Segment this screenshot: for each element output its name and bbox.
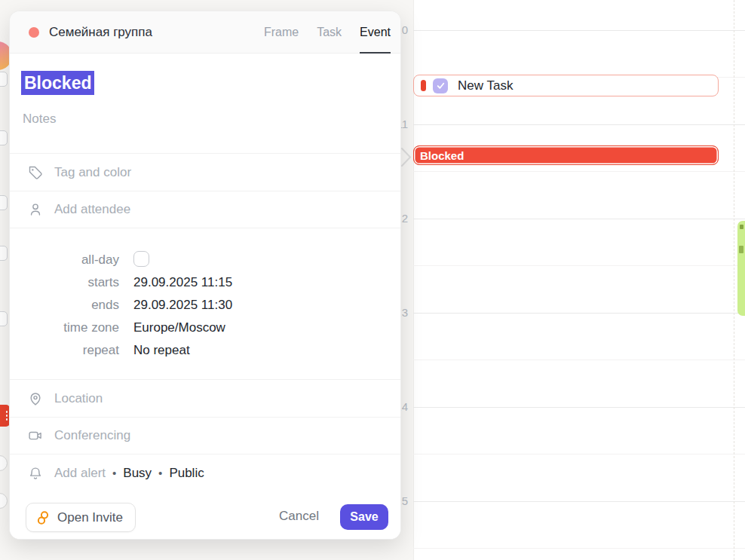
tab-frame[interactable]: Frame — [264, 11, 299, 54]
bullet-separator: • — [112, 467, 116, 479]
dialog-header: Семейная группа Frame Task Event — [10, 11, 400, 54]
alert-busy-public-row: Add alert • Busy • Public — [10, 454, 400, 491]
task-title: New Task — [458, 78, 513, 93]
add-attendee-label: Add attendee — [54, 202, 130, 217]
dialog-footer: Open Invite Cancel Save — [10, 494, 400, 540]
hour-gridline — [413, 313, 745, 314]
hour-gridline — [413, 407, 745, 408]
busy-toggle[interactable]: Busy — [123, 466, 152, 481]
starts-label: starts — [10, 274, 119, 292]
bell-icon — [28, 466, 43, 481]
all-day-label: all-day — [10, 251, 119, 269]
background-task-checkbox[interactable] — [0, 72, 8, 87]
divider — [10, 228, 400, 228]
dialog-tabs: Frame Task Event — [264, 11, 391, 54]
location-row[interactable]: Location — [10, 380, 400, 417]
event-editor-dialog: Семейная группа Frame Task Event Blocked… — [9, 11, 401, 540]
attendee-icon — [28, 202, 43, 217]
tag-and-color-label: Tag and color — [54, 165, 131, 180]
cancel-button[interactable]: Cancel — [279, 509, 319, 524]
repeat-label: repeat — [10, 341, 119, 360]
hour-gridline — [413, 30, 745, 31]
tab-event[interactable]: Event — [360, 11, 391, 54]
conferencing-row[interactable]: Conferencing — [10, 417, 400, 454]
open-invite-button[interactable]: Open Invite — [26, 503, 136, 532]
notes-input-placeholder[interactable]: Notes — [23, 112, 56, 127]
background-task-checkbox[interactable] — [0, 195, 8, 210]
event-title: Blocked — [420, 149, 464, 162]
ends-label: ends — [10, 296, 119, 314]
half-hour-gridline — [413, 454, 745, 454]
invite-link-icon — [35, 510, 51, 525]
calendar-group-name[interactable]: Семейная группа — [49, 25, 152, 40]
timezone-label: time zone — [10, 319, 119, 337]
repeat-value[interactable]: No repeat — [133, 341, 190, 360]
background-circle-fragment — [0, 493, 8, 509]
ends-value[interactable]: 29.09.2025 11:30 — [133, 296, 232, 314]
half-hour-gridline — [413, 360, 745, 360]
all-day-checkbox[interactable] — [133, 251, 149, 267]
hour-gridline — [413, 219, 745, 219]
background-task-checkbox[interactable] — [0, 246, 8, 261]
calendar-task-new-task[interactable]: New Task — [413, 75, 719, 96]
location-pin-icon — [28, 391, 43, 406]
add-attendee-row[interactable]: Add attendee — [10, 191, 400, 228]
tag-icon — [28, 165, 43, 180]
green-event-sliver[interactable] — [737, 221, 745, 316]
half-hour-gridline — [413, 548, 745, 549]
public-toggle[interactable]: Public — [169, 466, 204, 481]
calendar-color-dot[interactable] — [29, 27, 39, 38]
background-circle-fragment — [0, 455, 8, 471]
task-checkbox-icon[interactable] — [433, 78, 448, 93]
screen: 10 11 12 13 14 15 New Task Blocked Семей… — [0, 0, 745, 560]
save-button[interactable]: Save — [340, 504, 388, 530]
task-color-bar — [421, 80, 426, 91]
event-title-input-selected[interactable]: Blocked — [21, 71, 94, 95]
starts-value[interactable]: 29.09.2025 11:15 — [133, 274, 232, 292]
hour-gridline — [413, 501, 745, 502]
tab-task[interactable]: Task — [317, 11, 342, 54]
half-hour-gridline — [413, 265, 745, 266]
tag-and-color-row[interactable]: Tag and color — [10, 154, 400, 191]
timezone-value[interactable]: Europe/Moscow — [133, 319, 225, 337]
day-separator-dashed-line — [734, 0, 734, 560]
bullet-separator: • — [158, 467, 162, 479]
popover-arrow-icon — [400, 147, 412, 167]
location-label: Location — [54, 391, 103, 406]
video-camera-icon — [28, 428, 43, 443]
background-task-checkbox[interactable] — [0, 311, 8, 326]
half-hour-gridline — [413, 171, 745, 172]
conferencing-label: Conferencing — [54, 428, 130, 443]
background-task-checkbox[interactable] — [0, 130, 8, 145]
calendar-event-blocked[interactable]: Blocked — [413, 145, 719, 165]
hour-gridline — [413, 124, 745, 125]
add-alert-label[interactable]: Add alert — [54, 466, 106, 481]
open-invite-label: Open Invite — [57, 510, 123, 525]
